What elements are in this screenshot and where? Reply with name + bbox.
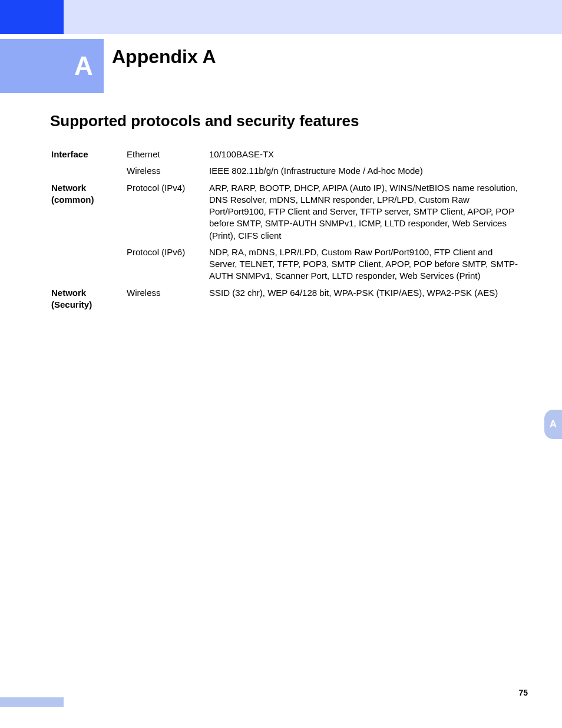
table-row: Wireless IEEE 802.11b/g/n (Infrastructur…: [51, 165, 520, 177]
chapter-bar: [0, 39, 64, 93]
table-row: Network (common) Protocol (IPv4) ARP, RA…: [51, 182, 520, 242]
item-cell: Ethernet: [127, 149, 209, 160]
table-row: Protocol (IPv6) NDP, RA, mDNS, LPR/LPD, …: [51, 246, 520, 282]
desc-cell: ARP, RARP, BOOTP, DHCP, APIPA (Auto IP),…: [209, 182, 520, 242]
chapter-letter-box: A: [64, 39, 104, 93]
desc-cell: IEEE 802.11b/g/n (Infrastructure Mode / …: [209, 165, 520, 177]
chapter-title: Appendix A: [112, 46, 216, 68]
page-header: [0, 0, 562, 34]
footer-bar: [0, 697, 64, 707]
category-cell: Interface: [51, 149, 127, 160]
section-title: Supported protocols and security feature…: [50, 112, 359, 130]
side-tab: A: [544, 410, 562, 439]
item-cell: Wireless: [127, 287, 209, 299]
side-tab-label: A: [550, 419, 557, 430]
category-cell: Network (Security): [51, 287, 127, 311]
header-blue-block: [0, 0, 64, 34]
chapter-heading-row: A: [0, 39, 562, 93]
desc-cell: 10/100BASE-TX: [209, 149, 520, 160]
spec-table: Interface Ethernet 10/100BASE-TX Wireles…: [51, 149, 520, 315]
table-row: Interface Ethernet 10/100BASE-TX: [51, 149, 520, 160]
item-cell: Wireless: [127, 165, 209, 177]
page-number: 75: [518, 688, 528, 697]
desc-cell: NDP, RA, mDNS, LPR/LPD, Custom Raw Port/…: [209, 246, 520, 282]
category-cell: Network (common): [51, 182, 127, 206]
table-row: Network (Security) Wireless SSID (32 chr…: [51, 287, 520, 311]
header-light-band: [64, 0, 562, 34]
desc-cell: SSID (32 chr), WEP 64/128 bit, WPA-PSK (…: [209, 287, 520, 299]
item-cell: Protocol (IPv4): [127, 182, 209, 194]
item-cell: Protocol (IPv6): [127, 246, 209, 258]
chapter-letter: A: [74, 51, 93, 81]
